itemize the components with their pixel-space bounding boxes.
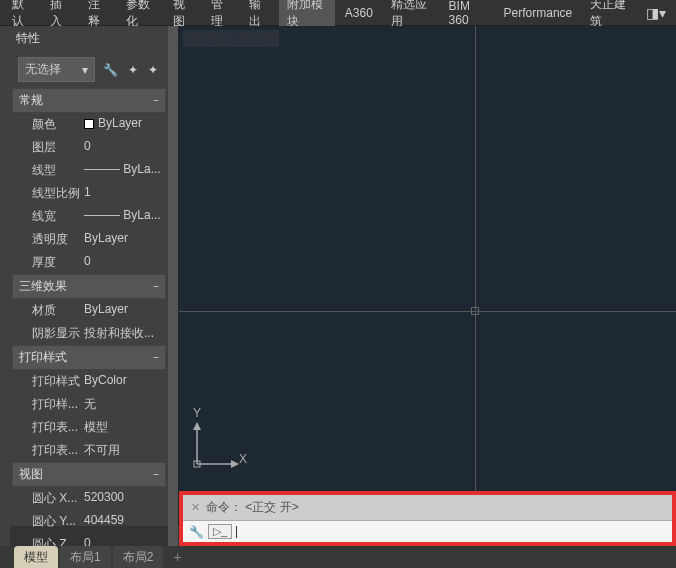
section-plot[interactable]: 打印样式 − (12, 345, 166, 370)
tab-layout2[interactable]: 布局2 (113, 546, 164, 569)
command-line-area: ✕ 命令： <正交 开> 🔧 ▷_ (179, 491, 676, 546)
toggle-pickadd-icon[interactable]: ✦ (146, 61, 160, 79)
object-selector[interactable]: 无选择 ▾ (18, 57, 95, 82)
prop-layer[interactable]: 图层0 (10, 136, 168, 159)
command-prompt-icon: ▷_ (208, 524, 232, 539)
prop-color[interactable]: 颜色ByLayer (10, 113, 168, 136)
ucs-x-label: X (239, 452, 247, 466)
ucs-axes-icon (191, 420, 241, 470)
crosshair-horizontal (179, 311, 676, 312)
command-cursor (236, 526, 237, 538)
section-general[interactable]: 常规 − (12, 88, 166, 113)
prop-plot-table-attach[interactable]: 打印表...模型 (10, 416, 168, 439)
tab-model[interactable]: 模型 (14, 546, 58, 569)
menu-performance[interactable]: Performance (496, 2, 581, 24)
command-history-line: ✕ 命令： <正交 开> (183, 495, 672, 520)
wrench-icon[interactable]: 🔧 (189, 525, 204, 539)
prop-material[interactable]: 材质ByLayer (10, 299, 168, 322)
ucs-icon[interactable]: Y X (191, 420, 241, 474)
collapse-icon: − (153, 469, 159, 480)
prop-transparency[interactable]: 透明度ByLayer (10, 228, 168, 251)
prop-plotstyle[interactable]: 打印样式ByColor (10, 370, 168, 393)
prop-plotstyle-name[interactable]: 打印样...无 (10, 393, 168, 416)
layout-tabs: 模型 布局1 布局2 + (0, 546, 676, 568)
scrollbar[interactable] (168, 26, 178, 568)
select-objects-icon[interactable]: ✦ (126, 61, 140, 79)
drawing-viewport[interactable]: [-][俯视][二维线框] Y X (179, 26, 676, 526)
crosshair-vertical (475, 26, 476, 526)
crosshair-center (471, 307, 479, 315)
prop-center-y[interactable]: 圆心 Y...404459 (10, 510, 168, 533)
close-icon[interactable]: ✕ (191, 501, 200, 514)
menu-overflow-icon[interactable]: ◨▾ (640, 5, 672, 21)
color-swatch-icon (84, 119, 94, 129)
ucs-y-label: Y (193, 406, 201, 420)
prop-plot-table-type[interactable]: 打印表...不可用 (10, 439, 168, 462)
prop-shadow[interactable]: 阴影显示投射和接收... (10, 322, 168, 345)
menu-bar: 默认 插入 注释 参数化 视图 管理 输出 附加模块 A360 精选应用 BIM… (0, 0, 676, 26)
selector-value: 无选择 (25, 61, 61, 78)
command-history-text: 命令： <正交 开> (206, 499, 299, 516)
prop-thickness[interactable]: 厚度0 (10, 251, 168, 274)
panel-grip[interactable] (0, 26, 10, 568)
properties-panel: 特性 无选择 ▾ 🔧 ✦ ✦ 常规 − 颜色ByLayer 图层0 线型——— … (0, 26, 179, 526)
collapse-icon: − (153, 281, 159, 292)
add-layout-icon[interactable]: + (165, 549, 189, 565)
svg-marker-3 (231, 460, 239, 468)
tab-layout1[interactable]: 布局1 (60, 546, 111, 569)
section-view[interactable]: 视图 − (12, 462, 166, 487)
chevron-down-icon: ▾ (82, 63, 88, 77)
section-3d[interactable]: 三维效果 − (12, 274, 166, 299)
prop-lineweight[interactable]: 线宽——— ByLa... (10, 205, 168, 228)
prop-linetype[interactable]: 线型——— ByLa... (10, 159, 168, 182)
viewport-label[interactable]: [-][俯视][二维线框] (183, 30, 279, 47)
quick-select-icon[interactable]: 🔧 (101, 61, 120, 79)
command-input-line[interactable]: 🔧 ▷_ (183, 520, 672, 542)
menu-a360[interactable]: A360 (337, 2, 381, 24)
collapse-icon: − (153, 95, 159, 106)
svg-marker-1 (193, 422, 201, 430)
panel-title: 特性 (10, 26, 168, 51)
collapse-icon: − (153, 352, 159, 363)
prop-linetype-scale[interactable]: 线型比例1 (10, 182, 168, 205)
prop-center-x[interactable]: 圆心 X...520300 (10, 487, 168, 510)
